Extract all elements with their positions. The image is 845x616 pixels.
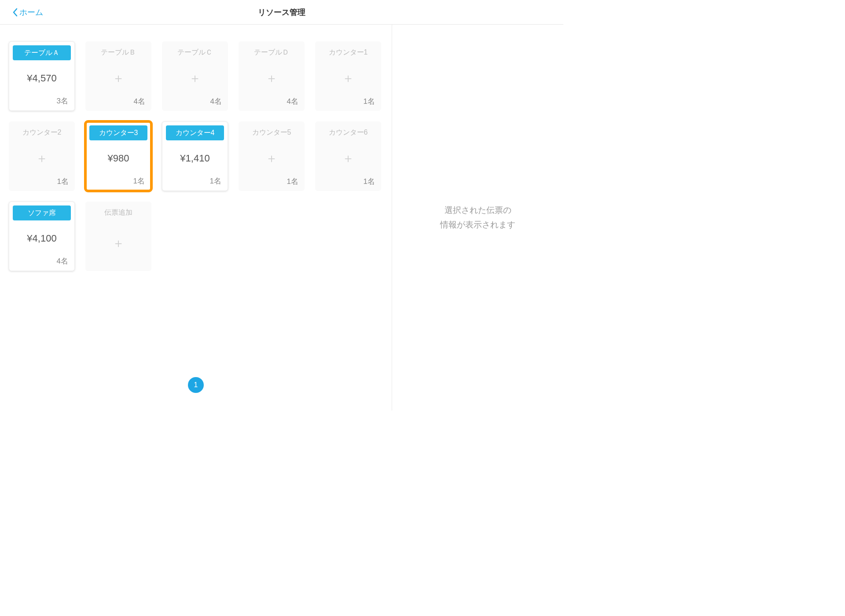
plus-icon: ＋ <box>265 72 278 84</box>
tile-label: カウンター3 <box>89 125 147 140</box>
resource-tile[interactable]: カウンター5＋1名 <box>239 121 305 191</box>
tile-price: ¥1,410 <box>180 153 209 164</box>
resource-tile[interactable]: テーブルＣ＋4名 <box>162 41 228 111</box>
plus-icon: ＋ <box>189 72 201 84</box>
page-title: リソース管理 <box>258 7 305 18</box>
tile-body: ＋ <box>162 60 228 96</box>
resource-tile[interactable]: カウンター1＋1名 <box>315 41 381 111</box>
tile-capacity: 1名 <box>162 176 228 191</box>
tile-capacity: 4名 <box>9 256 74 271</box>
tile-body: ＋ <box>85 220 151 267</box>
plus-icon: ＋ <box>342 152 354 165</box>
tile-label: テーブルＣ <box>165 45 224 60</box>
sidebar-placeholder: 選択された伝票の 情報が表示されます <box>440 203 515 232</box>
tile-body: ＋ <box>85 60 151 96</box>
tile-label: カウンター5 <box>242 125 301 140</box>
tile-capacity: 1名 <box>86 176 151 191</box>
detail-sidebar: 選択された伝票の 情報が表示されます <box>392 25 563 411</box>
tile-capacity: 4名 <box>239 96 305 111</box>
tile-label: テーブルＡ <box>13 45 71 60</box>
tile-label: カウンター4 <box>166 125 224 140</box>
back-button[interactable]: ホーム <box>0 7 43 18</box>
resource-tile[interactable]: カウンター2＋1名 <box>9 121 75 191</box>
tile-label: テーブルＤ <box>242 45 301 60</box>
tile-body: ¥4,570 <box>9 60 74 96</box>
tile-label: ソファ席 <box>13 205 71 220</box>
sidebar-placeholder-line1: 選択された伝票の <box>440 203 515 217</box>
resource-tile[interactable]: カウンター6＋1名 <box>315 121 381 191</box>
tile-price: ¥4,570 <box>27 73 56 84</box>
resource-tile[interactable]: ソファ席¥4,1004名 <box>9 202 75 271</box>
tile-body: ＋ <box>239 60 305 96</box>
back-label: ホーム <box>19 7 43 18</box>
tile-price: ¥4,100 <box>27 233 56 244</box>
tile-capacity: 1名 <box>9 176 75 191</box>
resource-tile[interactable]: テーブルＤ＋4名 <box>239 41 305 111</box>
content: テーブルＡ¥4,5703名テーブルＢ＋4名テーブルＣ＋4名テーブルＤ＋4名カウン… <box>0 25 563 411</box>
plus-icon: ＋ <box>112 237 125 249</box>
resource-tile[interactable]: テーブルＢ＋4名 <box>85 41 151 111</box>
tile-capacity: 3名 <box>9 96 74 110</box>
tile-capacity: 4名 <box>85 96 151 111</box>
tile-label: カウンター6 <box>319 125 378 140</box>
tile-body: ＋ <box>239 140 305 176</box>
tile-label: カウンター1 <box>319 45 378 60</box>
sidebar-placeholder-line2: 情報が表示されます <box>440 218 515 232</box>
main-panel: テーブルＡ¥4,5703名テーブルＢ＋4名テーブルＣ＋4名テーブルＤ＋4名カウン… <box>0 25 392 411</box>
plus-icon: ＋ <box>112 72 125 84</box>
tile-body: ＋ <box>315 60 381 96</box>
chevron-left-icon <box>12 8 18 17</box>
tile-body: ¥1,410 <box>162 140 228 176</box>
tile-body: ＋ <box>315 140 381 176</box>
resource-grid: テーブルＡ¥4,5703名テーブルＢ＋4名テーブルＣ＋4名テーブルＤ＋4名カウン… <box>9 41 383 271</box>
resource-tile[interactable]: 伝票追加＋ <box>85 202 151 271</box>
pager: 1 <box>188 377 204 393</box>
resource-tile[interactable]: カウンター4¥1,4101名 <box>162 121 228 191</box>
tile-body: ＋ <box>9 140 75 176</box>
tile-capacity: 1名 <box>315 96 381 111</box>
tile-capacity: 4名 <box>162 96 228 111</box>
resource-tile[interactable]: カウンター3¥9801名 <box>85 121 151 191</box>
plus-icon: ＋ <box>36 152 48 165</box>
resource-tile[interactable]: テーブルＡ¥4,5703名 <box>9 41 75 111</box>
tile-label: カウンター2 <box>12 125 71 140</box>
plus-icon: ＋ <box>342 72 354 84</box>
tile-label: テーブルＢ <box>89 45 148 60</box>
tile-body: ¥4,100 <box>9 220 74 256</box>
tile-price: ¥980 <box>108 153 129 164</box>
tile-capacity: 1名 <box>239 176 305 191</box>
tile-capacity: 1名 <box>315 176 381 191</box>
tile-body: ¥980 <box>86 140 151 176</box>
header: ホーム リソース管理 <box>0 0 563 25</box>
tile-label: 伝票追加 <box>89 205 148 220</box>
plus-icon: ＋ <box>265 152 278 165</box>
pager-button[interactable]: 1 <box>188 377 204 393</box>
